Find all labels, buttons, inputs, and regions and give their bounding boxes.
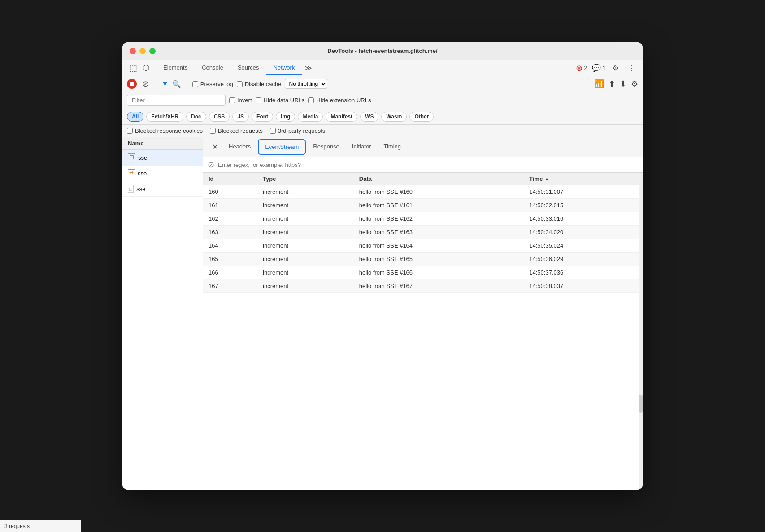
filter-input[interactable] (127, 95, 226, 106)
preserve-log-checkbox[interactable] (192, 81, 198, 87)
scrollbar-track[interactable] (639, 173, 643, 490)
cell-type: increment (257, 226, 354, 239)
regex-input[interactable] (218, 161, 638, 168)
tab-headers[interactable]: Headers (222, 140, 257, 154)
filter-icon[interactable]: ▼ (161, 80, 169, 88)
device-icon[interactable]: ⬡ (139, 62, 152, 74)
error-count: 2 (584, 65, 587, 71)
name-column-header: Name (122, 137, 203, 150)
type-filter-ws[interactable]: WS (360, 112, 378, 122)
cell-id: 167 (203, 279, 257, 293)
upload-icon[interactable]: ⬆ (609, 79, 615, 89)
cell-type: increment (257, 239, 354, 253)
table-row[interactable]: 163 increment hello from SSE #163 14:50:… (203, 226, 643, 239)
disable-cache-checkbox[interactable] (237, 81, 243, 87)
table-row[interactable]: 166 increment hello from SSE #166 14:50:… (203, 266, 643, 279)
regex-clear-icon[interactable]: ⊘ (208, 160, 214, 170)
tab-elements[interactable]: Elements (156, 61, 195, 75)
maximize-button[interactable] (149, 48, 156, 54)
record-button[interactable] (127, 79, 137, 89)
file-item-sse-1[interactable]: ☐ sse (122, 150, 203, 166)
col-time[interactable]: Time ▲ (524, 173, 643, 185)
type-filter-js[interactable]: JS (232, 112, 249, 122)
search-icon[interactable]: 🔍 (172, 80, 181, 88)
table-row[interactable]: 167 increment hello from SSE #167 14:50:… (203, 279, 643, 293)
table-row[interactable]: 165 increment hello from SSE #165 14:50:… (203, 253, 643, 266)
cell-data: hello from SSE #160 (354, 185, 524, 199)
tab-response[interactable]: Response (307, 140, 346, 154)
preserve-log-label[interactable]: Preserve log (192, 81, 233, 87)
inspector-icon[interactable]: ⬚ (127, 62, 139, 74)
main-content: Name ☐ sse ⇄ sse □ sse 3 requests ✕ Head… (122, 137, 643, 490)
stop-icon (130, 82, 134, 86)
cell-data: hello from SSE #163 (354, 226, 524, 239)
invert-label[interactable]: Invert (229, 97, 252, 104)
hide-extension-urls-label[interactable]: Hide extension URLs (308, 97, 371, 104)
svg-rect-0 (130, 82, 134, 86)
table-row[interactable]: 164 increment hello from SSE #164 14:50:… (203, 239, 643, 253)
tab-eventstream[interactable]: EventStream (258, 139, 306, 155)
tab-sources[interactable]: Sources (230, 61, 266, 75)
file-item-sse-3[interactable]: □ sse (122, 181, 203, 197)
wifi-icon[interactable]: 📶 (594, 79, 604, 89)
file-icon-frame: ☐ (128, 153, 135, 161)
tab-initiator[interactable]: Initiator (346, 140, 378, 154)
devtools-menu-icon[interactable]: ⋮ (626, 62, 638, 74)
type-filter-doc[interactable]: Doc (186, 112, 206, 122)
cell-type: increment (257, 199, 354, 212)
file-icon-doc: □ (128, 185, 134, 193)
cell-time: 14:50:38.037 (524, 279, 643, 293)
events-table[interactable]: Id Type Data Time ▲ (203, 173, 643, 490)
hide-data-urls-checkbox[interactable] (256, 97, 261, 103)
disable-cache-label[interactable]: Disable cache (237, 81, 282, 87)
message-count: 1 (603, 65, 606, 71)
clear-button[interactable]: ⊘ (140, 79, 150, 89)
type-filter-all[interactable]: All (127, 112, 143, 122)
scrollbar-thumb[interactable] (639, 395, 643, 413)
blocked-filter-3rd-party-requests[interactable]: 3rd-party requests (270, 127, 326, 134)
invert-checkbox[interactable] (229, 97, 235, 103)
cell-type: increment (257, 212, 354, 226)
col-data[interactable]: Data (354, 173, 524, 185)
cell-type: increment (257, 266, 354, 279)
type-filter-manifest[interactable]: Manifest (326, 112, 357, 122)
col-id[interactable]: Id (203, 173, 257, 185)
close-tab-icon[interactable]: ✕ (208, 139, 222, 155)
download-icon[interactable]: ⬇ (620, 79, 626, 89)
tab-console[interactable]: Console (195, 61, 230, 75)
window-title: DevTools - fetch-eventstream.glitch.me/ (327, 48, 437, 54)
type-filter-font[interactable]: Font (252, 112, 273, 122)
file-name-1: sse (138, 154, 147, 161)
table-row[interactable]: 160 increment hello from SSE #160 14:50:… (203, 185, 643, 199)
file-list: Name ☐ sse ⇄ sse □ sse 3 requests (122, 137, 203, 490)
type-filter-bar: AllFetch/XHRDocCSSJSFontImgMediaManifest… (122, 109, 643, 125)
type-filter-fetch/xhr[interactable]: Fetch/XHR (146, 112, 183, 122)
close-button[interactable] (130, 48, 136, 54)
type-filter-wasm[interactable]: Wasm (381, 112, 407, 122)
more-tabs-icon[interactable]: ≫ (302, 60, 315, 76)
file-name-2: sse (138, 170, 147, 177)
hide-extension-urls-checkbox[interactable] (308, 97, 314, 103)
cell-type: increment (257, 279, 354, 293)
tab-network[interactable]: Network (266, 61, 302, 75)
blocked-filter-blocked-response-cookies[interactable]: Blocked response cookies (127, 127, 203, 134)
throttle-select[interactable]: No throttling (285, 79, 327, 89)
tab-timing[interactable]: Timing (377, 140, 407, 154)
minimize-button[interactable] (139, 48, 146, 54)
cell-data: hello from SSE #166 (354, 266, 524, 279)
file-item-sse-2[interactable]: ⇄ sse (122, 166, 203, 181)
type-filter-css[interactable]: CSS (209, 112, 230, 122)
table-row[interactable]: 161 increment hello from SSE #161 14:50:… (203, 199, 643, 212)
type-filter-img[interactable]: Img (276, 112, 295, 122)
network-settings-icon[interactable]: ⚙ (631, 79, 638, 89)
blocked-filter-blocked-requests[interactable]: Blocked requests (210, 127, 263, 134)
hide-data-urls-text: Hide data URLs (264, 97, 305, 104)
devtools-settings-icon[interactable]: ⚙ (609, 62, 622, 74)
invert-text: Invert (237, 97, 252, 104)
col-type[interactable]: Type (257, 173, 354, 185)
type-filter-other[interactable]: Other (409, 112, 434, 122)
cell-id: 162 (203, 212, 257, 226)
table-row[interactable]: 162 increment hello from SSE #162 14:50:… (203, 212, 643, 226)
hide-data-urls-label[interactable]: Hide data URLs (256, 97, 305, 104)
type-filter-media[interactable]: Media (298, 112, 323, 122)
